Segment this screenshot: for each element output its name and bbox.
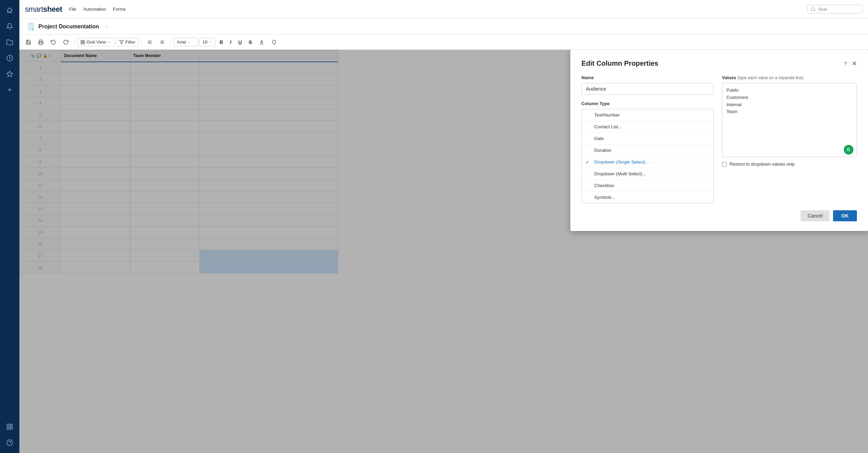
cancel-button[interactable]: Cancel: [801, 210, 830, 221]
svg-rect-4: [7, 427, 9, 429]
sidebar-item-files[interactable]: [3, 35, 17, 49]
sheet-header: 🗒️ Project Documentation ☆: [19, 19, 868, 35]
column-type-item[interactable]: Contact List...: [582, 121, 713, 133]
svg-rect-3: [10, 424, 12, 426]
column-type-item[interactable]: Duration: [582, 145, 713, 156]
column-type-item[interactable]: Symbols...: [582, 192, 713, 203]
sheet-area: 📎 💬 🔒 ℹ Document Name Team Member 1: [19, 50, 868, 453]
svg-marker-1: [7, 71, 13, 77]
redo-button[interactable]: [60, 37, 71, 47]
values-textarea[interactable]: [722, 83, 857, 157]
sidebar-item-add[interactable]: +: [3, 83, 17, 97]
svg-rect-9: [39, 43, 42, 44]
sidebar-item-help[interactable]: [3, 436, 17, 450]
nav-forms[interactable]: Forms: [113, 7, 126, 12]
column-type-item[interactable]: Dropdown (Multi Select)...: [582, 168, 713, 180]
favorite-star-icon[interactable]: ☆: [105, 24, 109, 29]
font-label: Arial: [177, 39, 186, 45]
svg-rect-12: [81, 43, 82, 44]
save-button[interactable]: [23, 37, 34, 47]
dialog-body: Name Column Type Text/NumberContact List…: [581, 75, 857, 203]
nav-automation[interactable]: Automation: [83, 7, 106, 12]
dialog-left-panel: Name Column Type Text/NumberContact List…: [581, 75, 714, 203]
restrict-label: Restrict to dropdown values only: [730, 161, 795, 167]
text-color-button[interactable]: [256, 37, 267, 47]
restrict-checkbox[interactable]: [722, 162, 727, 167]
dialog-footer: Cancel OK: [581, 210, 857, 221]
underline-button[interactable]: U: [236, 37, 245, 47]
column-type-item[interactable]: Text/Number: [582, 109, 713, 121]
outdent-button[interactable]: [157, 37, 168, 47]
search-box[interactable]: Sear: [807, 5, 862, 13]
font-size-label: 10: [202, 39, 207, 45]
column-type-item[interactable]: ✓Dropdown (Single Select)...: [582, 156, 713, 168]
svg-marker-14: [119, 40, 124, 44]
svg-rect-11: [83, 40, 84, 41]
values-label: Values (type each value on a separate li…: [722, 75, 857, 80]
values-hint: (type each value on a separate line): [738, 75, 804, 80]
check-icon: ✓: [585, 159, 590, 165]
svg-rect-10: [81, 40, 82, 41]
main-area: smartsheet File Automation Forms Sear 🗒️…: [19, 0, 868, 453]
column-type-label: Column Type: [581, 101, 714, 106]
values-container: G: [722, 83, 857, 158]
column-type-item[interactable]: Date: [582, 133, 713, 145]
sidebar-item-recent[interactable]: [3, 51, 17, 65]
dialog-right-panel: Values (type each value on a separate li…: [722, 75, 857, 203]
font-size-chevron-icon: [209, 40, 212, 44]
dialog-header-actions: ? ✕: [844, 60, 857, 67]
topbar-nav: File Automation Forms: [69, 7, 126, 12]
ok-button[interactable]: OK: [833, 210, 857, 221]
column-type-list: Text/NumberContact List...DateDuration✓D…: [581, 109, 714, 203]
italic-button[interactable]: I: [227, 37, 234, 47]
sidebar-item-favorites[interactable]: [3, 67, 17, 81]
sidebar-item-notifications[interactable]: [3, 19, 17, 33]
dialog-overlay: Edit Column Properties ? ✕ Name Column T…: [19, 50, 868, 453]
svg-rect-5: [10, 427, 12, 429]
view-label: Grid View: [87, 39, 106, 45]
sheet-icon: 🗒️: [26, 22, 35, 31]
name-label: Name: [581, 75, 714, 80]
restrict-row: Restrict to dropdown values only: [722, 161, 857, 167]
grammarly-icon: G: [844, 145, 853, 155]
close-icon[interactable]: ✕: [852, 60, 857, 67]
toolbar-sep-1: [74, 38, 74, 46]
dialog-title: Edit Column Properties: [581, 59, 658, 67]
edit-column-properties-dialog: Edit Column Properties ? ✕ Name Column T…: [570, 50, 868, 231]
strikethrough-button[interactable]: S: [246, 37, 255, 47]
topbar: smartsheet File Automation Forms Sear: [19, 0, 868, 19]
search-icon: [811, 7, 816, 12]
toolbar-sep-2: [141, 38, 142, 46]
svg-point-8: [812, 7, 815, 10]
view-chevron-icon: [107, 40, 111, 44]
fill-color-button[interactable]: [269, 37, 280, 47]
print-button[interactable]: [35, 37, 46, 47]
column-type-item[interactable]: Checkbox: [582, 180, 713, 192]
filter-label: Filter: [125, 39, 135, 45]
indent-button[interactable]: [144, 37, 155, 47]
view-dropdown[interactable]: Grid View: [77, 38, 115, 46]
nav-file[interactable]: File: [69, 7, 76, 12]
dialog-header: Edit Column Properties ? ✕: [581, 59, 857, 67]
sidebar: +: [0, 0, 19, 453]
name-input[interactable]: [581, 83, 714, 95]
search-text: Sear: [818, 7, 827, 12]
undo-button[interactable]: [48, 37, 59, 47]
font-size-dropdown[interactable]: 10: [199, 38, 215, 46]
bold-button[interactable]: B: [217, 37, 226, 47]
toolbar-sep-3: [171, 38, 171, 46]
svg-rect-13: [83, 43, 84, 44]
help-icon[interactable]: ?: [844, 61, 847, 66]
font-chevron-icon: [187, 40, 191, 44]
toolbar: Grid View Filter Arial 10 B I U S: [19, 35, 868, 50]
font-dropdown[interactable]: Arial: [174, 38, 198, 46]
filter-dropdown[interactable]: Filter: [116, 38, 138, 46]
sheet-title: Project Documentation: [38, 24, 99, 30]
svg-rect-2: [7, 424, 9, 426]
sidebar-item-apps[interactable]: [3, 420, 17, 434]
sidebar-item-home[interactable]: [3, 3, 17, 17]
app-logo: smartsheet: [25, 5, 62, 14]
